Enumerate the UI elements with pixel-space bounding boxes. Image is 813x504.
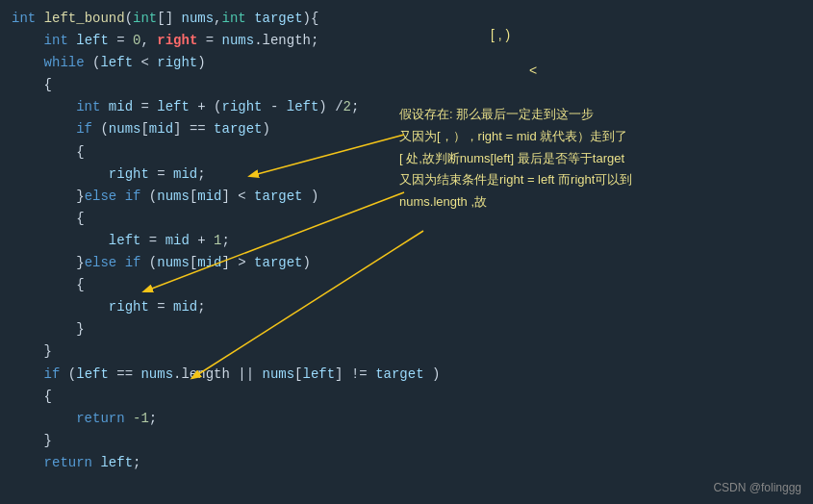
- code-line-19: return -1;: [12, 408, 801, 430]
- code-line-4: {: [12, 74, 801, 96]
- annotation-line2: 又因为[，），right = mid 就代表）走到了: [399, 126, 803, 148]
- code-line-1: int left_bound(int[] nums,int target){: [12, 8, 801, 30]
- code-line-16: }: [12, 340, 801, 363]
- code-area: int left_bound(int[] nums,int target){ i…: [0, 0, 813, 504]
- lt-label: <: [529, 63, 537, 78]
- code-line-15: }: [12, 318, 801, 340]
- code-line-2: int left = 0, right = nums.length;: [12, 30, 801, 52]
- annotation-line5: nums.length ,故: [399, 191, 803, 214]
- code-line-21: return left;: [12, 452, 801, 474]
- code-line-20: }: [12, 430, 801, 452]
- annotation-line1: 假设存在: 那么最后一定走到这一步: [399, 104, 803, 126]
- code-line-13: {: [12, 274, 801, 296]
- code-line-17: if (left == nums.length || nums[left] !=…: [12, 364, 801, 386]
- code-line-3: while (left < right): [12, 52, 801, 74]
- main-annotation: 假设存在: 那么最后一定走到这一步 又因为[，），right = mid 就代表…: [399, 104, 803, 214]
- annotation-line4: 又因为结束条件是right = left 而right可以到: [399, 169, 803, 191]
- code-line-14: right = mid;: [12, 296, 801, 318]
- watermark-text: CSDN @folinggg: [713, 481, 801, 494]
- annotation-line3: [ 处,故判断nums[left] 最后是否等于target: [399, 148, 803, 170]
- brackets-label: [ , ): [491, 27, 510, 42]
- code-line-12: }else if (nums[mid] > target): [12, 252, 801, 274]
- code-line-11: left = mid + 1;: [12, 230, 801, 252]
- lt-annotation: <: [529, 63, 537, 78]
- brackets-annotation: [ , ): [491, 27, 510, 42]
- watermark: CSDN @folinggg: [713, 481, 801, 494]
- code-line-18: {: [12, 386, 801, 408]
